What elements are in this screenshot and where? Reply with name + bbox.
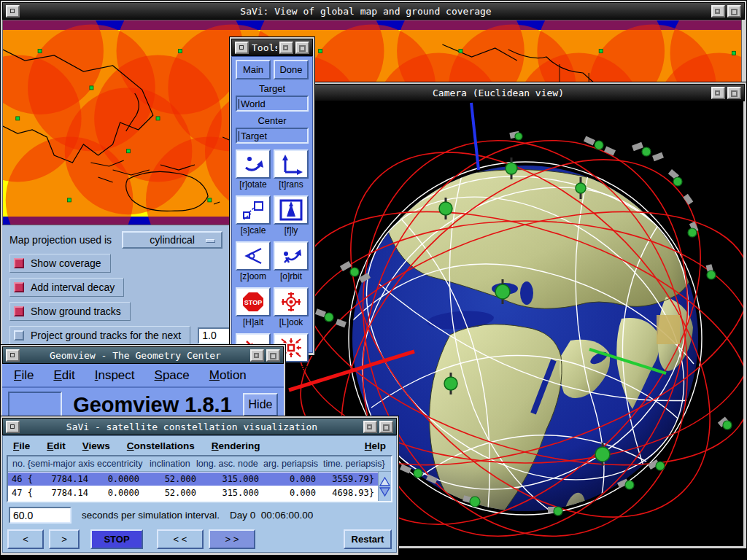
orbit-tool-button[interactable] (274, 241, 309, 271)
hide-button[interactable]: Hide (243, 393, 278, 416)
orbit-icon (279, 245, 303, 267)
projection-label: Map projection used is (9, 234, 112, 246)
projection-dropdown[interactable]: cylindrical (122, 231, 222, 249)
rewind-button[interactable]: < < (157, 529, 204, 549)
done-button[interactable]: Done (274, 60, 309, 79)
window-menu-icon[interactable] (6, 5, 20, 18)
z-axis (471, 103, 479, 170)
zoom-icon (241, 245, 266, 267)
iconify-button[interactable] (250, 349, 264, 362)
maximize-button[interactable] (727, 5, 741, 18)
translate-tool-button[interactable] (274, 149, 309, 179)
window-menu-icon[interactable] (235, 42, 249, 54)
interval-label: seconds per simulation interval. (82, 510, 220, 521)
maximize-button[interactable] (295, 42, 309, 54)
savi-menubar: File Edit Views Constellations Rendering… (3, 436, 396, 455)
map-window-title: SaVi: View of global map and ground cove… (23, 6, 709, 17)
geomview-menubar: File Edit Inspect Space Motion (2, 364, 284, 388)
menu-file[interactable]: File (13, 440, 30, 451)
checkbox-indicator (14, 282, 24, 292)
translate-icon (279, 153, 303, 175)
svg-text:STOP: STOP (244, 299, 262, 306)
checkbox-indicator (14, 258, 24, 268)
savi-titlebar[interactable]: SaVi - satellite constellation visualiza… (2, 418, 397, 435)
tools-titlebar[interactable]: Tools (231, 39, 313, 56)
rotate-tool-button[interactable] (236, 149, 271, 179)
tools-window-title: Tools (252, 42, 277, 53)
simulation-time: Day 0 00:06:00.00 (230, 510, 313, 521)
maximize-button[interactable] (727, 87, 741, 99)
halt-tool-button[interactable]: STOP (236, 287, 271, 316)
camera-titlebar[interactable]: Camera (Euclidean view) (284, 84, 745, 101)
menu-file[interactable]: File (14, 368, 34, 383)
target-input[interactable]: World (236, 96, 309, 112)
stop-sign-icon: STOP (241, 291, 266, 313)
zoom-tool-button[interactable] (236, 241, 271, 271)
menu-inspect[interactable]: Inspect (95, 368, 135, 383)
iconify-button[interactable] (279, 42, 293, 54)
dropdown-indicator-icon (206, 239, 215, 243)
menu-motion[interactable]: Motion (209, 368, 247, 383)
maximize-button[interactable] (379, 421, 393, 433)
fly-icon (279, 199, 303, 221)
crosshair-icon (279, 291, 303, 313)
stop-button[interactable]: STOP (90, 529, 143, 549)
checkbox-indicator (14, 306, 24, 316)
center-label: Center (236, 115, 309, 126)
project-ground-tracks-checkbox[interactable]: Project ground tracks for the next (9, 326, 190, 345)
savi-window-title: SaVi - satellite constellation visualiza… (23, 421, 361, 432)
iconify-button[interactable] (711, 87, 725, 99)
menu-constellations[interactable]: Constellations (127, 440, 195, 451)
iconify-button[interactable] (711, 5, 725, 18)
table-row-selected[interactable]: 46 { 7784.14 0.0000 52.000 315.000 0.000… (8, 472, 378, 486)
show-ground-tracks-checkbox[interactable]: Show ground tracks (9, 302, 131, 321)
maximize-button[interactable] (266, 349, 280, 362)
satellite-table-header: no. {semi-major axis eccentricity inclin… (8, 456, 391, 472)
camera-window-title: Camera (Euclidean view) (287, 88, 709, 98)
add-interval-decay-checkbox[interactable]: Add interval decay (9, 278, 124, 297)
geomview-logo-box (8, 392, 62, 418)
step-back-button[interactable]: < (7, 529, 44, 549)
target-label: Target (236, 83, 309, 94)
window-menu-icon[interactable] (6, 421, 20, 433)
menu-edit[interactable]: Edit (47, 440, 66, 451)
scroll-up-icon[interactable] (379, 477, 390, 486)
geomview-version-text: Geomview 1.8.1 (62, 393, 243, 417)
table-scrollbar[interactable] (378, 472, 391, 501)
coverage-cone (657, 315, 680, 344)
menu-help[interactable]: Help (365, 440, 386, 451)
checkbox-indicator (14, 330, 24, 341)
window-menu-icon[interactable] (6, 349, 20, 362)
fly-tool-button[interactable] (274, 195, 309, 225)
scale-tool-button[interactable] (236, 195, 271, 225)
scale-icon (241, 199, 266, 221)
table-row[interactable]: 47 { 7784.14 0.0000 52.000 315.000 0.000… (8, 486, 378, 500)
tools-window: Tools Main Done Target World Center Targ… (229, 36, 315, 356)
geomview-window-title: Geomview - The Geometry Center (23, 350, 248, 361)
restart-button[interactable]: Restart (344, 529, 392, 549)
menu-rendering[interactable]: Rendering (212, 440, 260, 451)
scroll-down-icon[interactable] (379, 487, 390, 497)
geomview-titlebar[interactable]: Geomview - The Geometry Center (2, 346, 284, 364)
fast-forward-button[interactable]: > > (209, 529, 255, 549)
geomview-window: Geomview - The Geometry Center File Edit… (0, 344, 286, 423)
savi-window: SaVi - satellite constellation visualiza… (0, 416, 399, 556)
show-coverage-checkbox[interactable]: Show coverage (9, 254, 111, 273)
satellite-table: no. {semi-major axis eccentricity inclin… (7, 455, 392, 502)
step-forward-button[interactable]: > (49, 529, 80, 549)
rotate-icon (241, 153, 266, 175)
look-tool-button[interactable] (274, 287, 309, 316)
iconify-button[interactable] (363, 421, 377, 433)
main-button[interactable]: Main (236, 60, 271, 79)
menu-views[interactable]: Views (82, 440, 110, 451)
menu-edit[interactable]: Edit (53, 368, 74, 383)
text-caret (239, 131, 239, 141)
interval-input[interactable]: 60.0 (9, 507, 71, 524)
map-titlebar[interactable]: SaVi: View of global map and ground cove… (2, 2, 745, 20)
center-input[interactable]: Target (236, 128, 309, 144)
text-caret (239, 99, 239, 109)
menu-space[interactable]: Space (155, 368, 190, 383)
